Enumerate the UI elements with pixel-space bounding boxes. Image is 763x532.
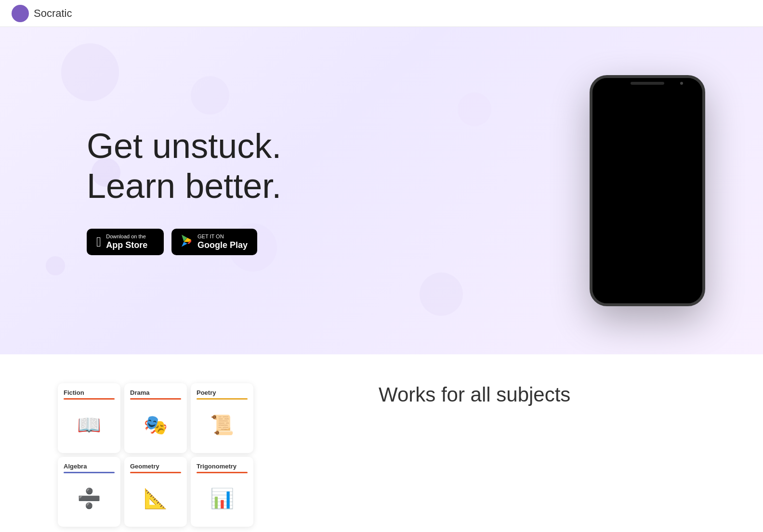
subject-card-title-poetry: Poetry	[197, 389, 248, 396]
google-play-text-group: GET IT ON Google Play	[197, 234, 248, 250]
phone-camera	[680, 82, 683, 85]
phone-side-button	[704, 117, 705, 136]
subject-card-geometry[interactable]: Geometry 📐	[124, 457, 187, 527]
subject-card-drama[interactable]: Drama 🎭	[124, 383, 187, 453]
subject-card-underline-fiction	[64, 398, 115, 400]
subject-card-poetry[interactable]: Poetry 📜	[191, 383, 253, 453]
subject-card-fiction[interactable]: Fiction 📖	[58, 383, 120, 453]
phone-notch	[631, 82, 664, 85]
subject-card-underline-algebra	[64, 472, 115, 473]
logo-icon: 🦉	[12, 5, 29, 22]
brand-name: Socratic	[34, 7, 72, 20]
works-for-all-heading: Works for all subjects	[379, 383, 570, 406]
phone-volume-up	[590, 112, 591, 125]
logo-link[interactable]: 🦉 Socratic	[12, 5, 72, 22]
subject-card-title-fiction: Fiction	[64, 389, 115, 396]
subject-card-trigonometry[interactable]: Trigonometry 📊	[191, 457, 253, 527]
subject-card-title-algebra: Algebra	[64, 463, 115, 470]
app-store-button[interactable]:  Download on the App Store	[87, 229, 164, 255]
google-play-button[interactable]: GET IT ON Google Play	[171, 229, 257, 255]
app-store-small-text: Download on the	[106, 234, 146, 240]
subject-card-underline-trigonometry	[197, 472, 248, 473]
phone-mockup	[590, 75, 705, 306]
hero-section: Get unstuck. Learn better.  Download on…	[0, 27, 763, 354]
subject-card-algebra[interactable]: Algebra ➗	[58, 457, 120, 527]
subject-card-title-trigonometry: Trigonometry	[197, 463, 248, 470]
subject-card-image-fiction: 📖	[64, 402, 115, 447]
subject-card-underline-geometry	[130, 472, 181, 473]
apple-icon: 	[96, 235, 101, 249]
headline-line1: Get unstuck.	[87, 127, 281, 165]
hero-content: Get unstuck. Learn better.  Download on…	[87, 126, 281, 255]
subject-card-image-poetry: 📜	[197, 402, 248, 447]
subject-card-image-trigonometry: 📊	[197, 476, 248, 521]
app-store-big-text: App Store	[106, 240, 147, 251]
subjects-cards-grid: Fiction 📖 Drama 🎭 Poetry 📜 Algebra ➗ Geo…	[58, 383, 253, 527]
phone-screen	[592, 78, 702, 303]
subject-card-title-geometry: Geometry	[130, 463, 181, 470]
main-header: 🦉 Socratic	[0, 0, 763, 27]
subject-card-title-drama: Drama	[130, 389, 181, 396]
subjects-text-area: Works for all subjects	[379, 383, 570, 406]
svg-point-0	[14, 7, 26, 20]
google-play-small-text: GET IT ON	[197, 234, 224, 240]
subject-card-underline-poetry	[197, 398, 248, 400]
phone-mockup-container	[590, 75, 705, 306]
google-play-big-text: Google Play	[197, 240, 248, 251]
subjects-section: Fiction 📖 Drama 🎭 Poetry 📜 Algebra ➗ Geo…	[0, 354, 763, 532]
app-store-text-group: Download on the App Store	[106, 234, 147, 250]
hero-headline: Get unstuck. Learn better.	[87, 126, 281, 206]
subject-card-image-algebra: ➗	[64, 476, 115, 521]
subject-card-image-geometry: 📐	[130, 476, 181, 521]
subject-card-underline-drama	[130, 398, 181, 400]
headline-line2: Learn better.	[87, 167, 281, 205]
play-icon	[181, 234, 193, 250]
phone-volume-down	[590, 131, 591, 144]
subject-card-image-drama: 🎭	[130, 402, 181, 447]
hero-buttons:  Download on the App Store	[87, 229, 281, 255]
